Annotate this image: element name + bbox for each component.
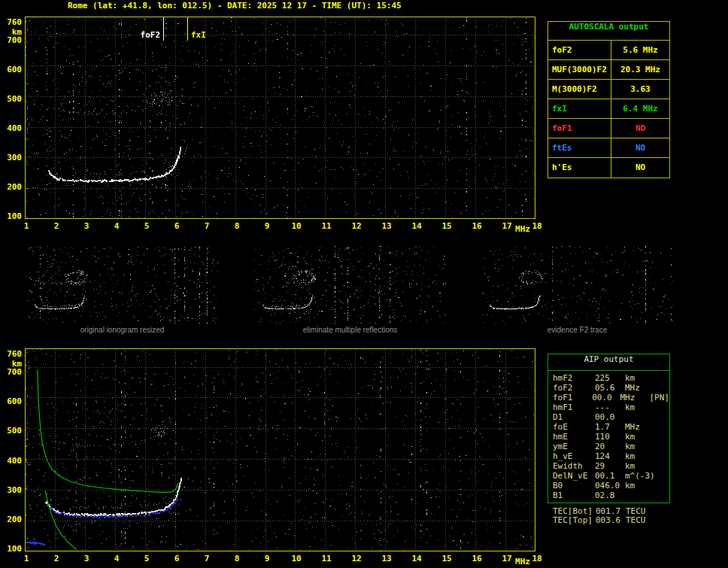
aip-row: hmE110km [553,432,669,442]
x-tick-top: 5 [144,221,150,231]
y-tick-top: 500 [2,94,22,104]
autoscala-param-value: 3.63 [611,80,669,99]
thumbnail-f2trace-canvas [481,246,673,323]
y-tick-bottom: 300 [2,485,22,495]
aip-param-flag [657,383,669,393]
aip-param-name: B1 [553,491,595,500]
aip-row: h_vE124km [553,451,669,461]
autoscala-param-name: h'Es [548,158,611,178]
aip-param-value: 1.7 [595,422,625,432]
aip-param-value: --- [595,402,625,412]
aip-row: foF205.6MHz [553,383,669,393]
tec-param-name: TEC[Bot] [553,506,596,515]
y-tick-bottom: 500 [2,426,22,436]
x-axis-unit-bottom: MHz [515,557,530,566]
aip-param-value: 110 [595,432,625,442]
x-tick-top: 8 [235,221,240,231]
aip-param-flag [657,471,669,481]
aip-param-value: 29 [595,461,625,471]
autoscala-param-name: M(3000)F2 [548,80,611,99]
aip-param-unit: MHz [620,393,649,402]
y-tick-top: 200 [2,182,22,192]
thumbnail-caption-f2trace: evidence F2 trace [481,326,673,334]
aip-param-name: foF1 [553,393,592,402]
x-tick-top: 4 [114,221,120,231]
x-tick-bottom: 11 [321,554,331,563]
y-tick-top: 700 [2,35,22,45]
x-tick-bottom: 4 [114,554,120,563]
aip-param-name: ymE [553,442,595,451]
x-tick-top: 13 [381,221,391,231]
x-tick-bottom: 6 [174,554,180,563]
x-tick-top: 18 [532,221,541,231]
x-tick-bottom: 18 [532,554,541,563]
aip-param-flag [657,422,669,432]
aip-param-unit: km [625,451,657,461]
autoscala-row: foF25.6 MHz [548,41,669,60]
aip-tec-rows: TEC[Bot]001.7TECUTEC[Top]003.6TECU [548,506,670,524]
aip-param-name: foE [553,422,595,432]
x-tick-top: 2 [54,221,59,231]
autoscala-param-value: NO [611,138,669,157]
aip-param-value: 124 [595,451,625,461]
x-tick-bottom: 12 [351,554,361,563]
aip-param-unit [625,412,657,422]
aip-param-flag [657,412,669,422]
autoscala-param-name: fxI [548,99,611,118]
autoscala-row: foF1NO [548,119,669,138]
aip-row: DelN_vE00.1m^(-3) [553,471,669,481]
aip-row: foE1.7MHz [553,422,669,432]
aip-param-unit: MHz [625,383,657,393]
x-tick-bottom: 10 [291,554,301,563]
aip-param-flag [657,432,669,442]
x-tick-bottom: 8 [235,554,240,563]
tec-param-unit: TECU [626,506,657,515]
autoscala-row: h'EsNO [548,158,669,178]
aip-param-flag [657,491,669,500]
tec-param-name: TEC[Top] [553,515,596,524]
thumbnail-noreflections-canvas [254,246,446,323]
aip-param-name: D1 [553,412,595,422]
aip-param-value: 00.1 [595,471,625,481]
aip-param-flag [657,461,669,471]
x-tick-top: 12 [351,221,361,231]
aip-tec-row: TEC[Bot]001.7TECU [548,506,670,515]
x-tick-top: 14 [411,221,421,231]
aip-param-flag [657,402,669,412]
aip-param-value: 00.0 [592,393,620,402]
x-tick-bottom: 7 [205,554,210,563]
autoscala-output-table: AUTOSCALA output foF25.6 MHzMUF(3000)F22… [548,21,670,178]
autoscala-param-value: NO [611,158,669,178]
x-tick-bottom: 14 [411,554,421,563]
autoscala-row: MUF(3000)F220.3 MHz [548,60,669,80]
aip-param-unit: km [625,432,657,442]
tec-param-unit: TECU [626,515,657,524]
aip-param-value: 05.6 [595,383,625,393]
autoscala-row: M(3000)F23.63 [548,80,669,99]
y-tick-bottom: 700 [2,367,22,377]
recorded-ionogram-canvas [25,17,535,219]
x-tick-top: 15 [441,221,451,231]
x-tick-top: 6 [174,221,180,231]
aip-param-value: 20 [595,442,625,451]
tec-param-value: 003.6 [596,515,626,524]
aip-row: D100.0 [553,412,669,422]
autoscala-param-name: ftEs [548,138,611,157]
x-tick-bottom: 5 [144,554,150,563]
aip-param-flag: [PN] [650,393,670,402]
aip-table-body: hmF2225kmfoF205.6MHzfoF100.0MHz[PN]hmF1-… [548,371,669,503]
aip-row: B0046.0km [553,481,669,491]
x-tick-bottom: 2 [54,554,59,563]
x-tick-bottom: 17 [502,554,511,563]
x-tick-top: 11 [321,221,331,231]
aip-param-flag [657,481,669,491]
autoscaled-ionogram-canvas [25,348,535,551]
y-tick-bottom: 200 [2,515,22,524]
y-tick-top: 400 [2,123,22,133]
y-axis-max-top: 760 [2,17,22,27]
aip-row: B102.8 [553,491,669,500]
x-tick-bottom: 13 [381,554,391,563]
aip-param-unit: km [625,461,657,471]
aip-param-name: hmF1 [553,402,595,412]
x-tick-top: 7 [205,221,210,231]
